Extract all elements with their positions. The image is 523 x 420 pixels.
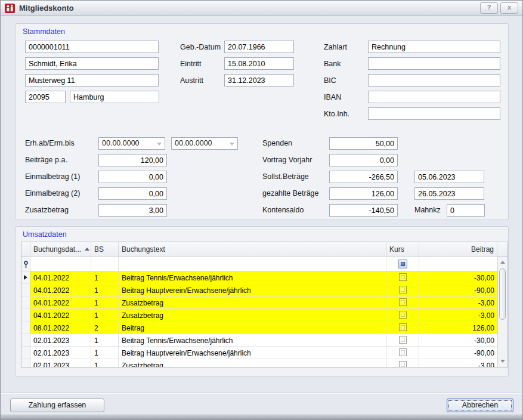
kurs-filter-checkbox[interactable] — [398, 260, 407, 268]
eintritt-field[interactable] — [224, 57, 294, 70]
austritt-field[interactable] — [224, 74, 294, 87]
filter-cell-buchungsdatum[interactable] — [30, 257, 91, 271]
cell-buchungstext: Zusatzbetrag — [119, 309, 386, 321]
table-row[interactable]: 02.01.20231Beitrag Hauptverein/Erwachsen… — [21, 347, 498, 359]
eintritt-label: Eintritt — [180, 60, 201, 68]
column-header-buchungsdatum[interactable]: Buchungsdat... — [30, 242, 91, 256]
window-bottom-edge — [1, 415, 522, 419]
cell-buchungsdatum: 04.01.2022 — [30, 271, 91, 283]
kurs-checkbox[interactable] — [399, 286, 407, 294]
geb-datum-label: Geb.-Datum — [180, 43, 221, 51]
member-id-field[interactable] — [25, 41, 159, 53]
sollst-betraege-field[interactable] — [329, 171, 398, 183]
kurs-checkbox[interactable] — [399, 348, 407, 356]
sollst-datum-field[interactable] — [414, 171, 484, 183]
erm-bis-value: 00.00.0000 — [175, 139, 212, 147]
city-field[interactable] — [70, 91, 159, 103]
stammdaten-title: Stammdaten — [23, 27, 65, 36]
cell-buchungstext: Zusatzbetrag — [119, 359, 386, 368]
cell-beitrag: -30,00 — [419, 271, 498, 283]
geb-datum-field[interactable] — [224, 41, 294, 53]
cell-beitrag: -30,00 — [419, 334, 498, 346]
column-header-kurs[interactable]: Kurs — [386, 242, 419, 256]
cell-kurs — [386, 271, 419, 283]
table-row[interactable]: 02.01.20231Zusatzbetrag-3,00 — [21, 359, 498, 368]
mahnkz-field[interactable] — [447, 204, 485, 217]
cell-buchungstext: Beitrag Hauptverein/Erwachsene/jährlich — [119, 347, 386, 359]
zahlung-erfassen-button[interactable]: Zahlung erfassen — [10, 399, 104, 412]
cell-buchungstext: Beitrag Tennis/Erwachsene/jährlich — [119, 334, 386, 346]
row-indicator — [21, 347, 30, 359]
iban-field[interactable] — [368, 91, 500, 103]
table-row[interactable]: 08.01.20222Beitrag126,00 — [21, 322, 498, 334]
cell-buchungsdatum: 02.01.2023 — [30, 359, 91, 368]
spenden-field[interactable] — [329, 137, 398, 150]
vertical-scrollbar[interactable] — [497, 257, 507, 367]
abbrechen-button[interactable]: Abbrechen — [447, 399, 513, 412]
erm-bis-combo[interactable]: 00.00.0000 — [171, 137, 238, 150]
filter-row-indicator — [21, 257, 30, 271]
column-header-beitrag[interactable]: Beitrag — [419, 242, 497, 256]
zahlart-label: Zahlart — [324, 43, 347, 51]
chevron-down-icon[interactable] — [230, 143, 234, 146]
bic-field[interactable] — [368, 74, 500, 87]
bank-field[interactable] — [368, 57, 500, 70]
einmalbetrag1-label: Einmalbetrag (1) — [25, 172, 80, 181]
gezahlte-betraege-field[interactable] — [329, 187, 398, 200]
beitraege-label: Beiträge p.a. — [25, 156, 67, 164]
close-button[interactable]: x — [500, 2, 518, 14]
cell-buchungsdatum: 04.01.2022 — [30, 284, 91, 296]
cell-beitrag: -90,00 — [419, 347, 498, 359]
filter-cell-bs[interactable] — [91, 257, 119, 271]
beitraege-pa-field[interactable] — [98, 154, 167, 166]
zahlart-field[interactable] — [368, 41, 500, 53]
vortrag-label: Vortrag Vorjahr — [262, 156, 312, 164]
table-row[interactable]: 04.01.20221Beitrag Tennis/Erwachsene/jäh… — [21, 271, 498, 284]
bank-label: Bank — [324, 60, 341, 68]
erh-ab-combo[interactable]: 00.00.0000 — [98, 137, 165, 150]
filter-cell-beitrag[interactable] — [419, 257, 497, 271]
einmalbetrag2-field[interactable] — [98, 187, 167, 200]
einmalbetrag1-field[interactable] — [98, 171, 167, 183]
zusatzbetrag-field[interactable] — [98, 204, 167, 217]
street-field[interactable] — [25, 74, 159, 87]
kurs-checkbox[interactable] — [399, 361, 407, 368]
cell-bs: 1 — [91, 309, 119, 321]
column-header-bs[interactable]: BS — [91, 242, 119, 256]
row-indicator — [21, 271, 30, 283]
window-title: Mitgliedskonto — [19, 4, 74, 13]
kurs-checkbox[interactable] — [399, 323, 407, 331]
vortrag-field[interactable] — [329, 154, 398, 166]
chevron-down-icon[interactable] — [157, 143, 162, 146]
row-indicator — [21, 322, 30, 333]
kurs-checkbox[interactable] — [399, 298, 407, 306]
filter-cell-buchungstext[interactable] — [119, 257, 386, 271]
header-scroll-spacer — [497, 242, 507, 256]
gezahlt-datum-field[interactable] — [414, 187, 484, 200]
help-button[interactable]: ? — [480, 2, 498, 14]
table-row[interactable]: 02.01.20231Beitrag Tennis/Erwachsene/jäh… — [21, 334, 498, 347]
scroll-down-icon[interactable] — [498, 357, 507, 366]
scroll-up-icon[interactable] — [498, 258, 507, 267]
cell-buchungstext: Beitrag — [119, 322, 386, 333]
cell-buchungstext: Beitrag Hauptverein/Erwachsene/jährlich — [119, 284, 386, 296]
erh-ab-value: 00.00.0000 — [102, 139, 140, 147]
kurs-checkbox[interactable] — [399, 273, 407, 281]
table-row[interactable]: 04.01.20221Beitrag Hauptverein/Erwachsen… — [21, 284, 498, 297]
zip-field[interactable] — [25, 91, 66, 103]
cell-beitrag: -3,00 — [419, 309, 498, 321]
kontensaldo-field[interactable] — [329, 204, 398, 217]
kto-inh-field[interactable] — [368, 107, 500, 120]
row-indicator — [21, 334, 30, 346]
kurs-checkbox[interactable] — [399, 311, 407, 319]
scrollbar-thumb[interactable] — [499, 268, 506, 320]
name-field[interactable] — [25, 57, 159, 70]
app-icon — [5, 4, 15, 13]
filter-cell-kurs[interactable] — [386, 257, 419, 271]
table-row[interactable]: 04.01.20221Zusatzbetrag-3,00 — [21, 309, 498, 322]
cell-beitrag: -90,00 — [419, 284, 498, 296]
column-header-buchungstext[interactable]: Buchungstext — [119, 242, 386, 256]
table-row[interactable]: 04.01.20221Zusatzbetrag-3,00 — [21, 297, 498, 309]
kurs-checkbox[interactable] — [399, 336, 407, 344]
current-row-arrow-icon — [24, 275, 27, 280]
